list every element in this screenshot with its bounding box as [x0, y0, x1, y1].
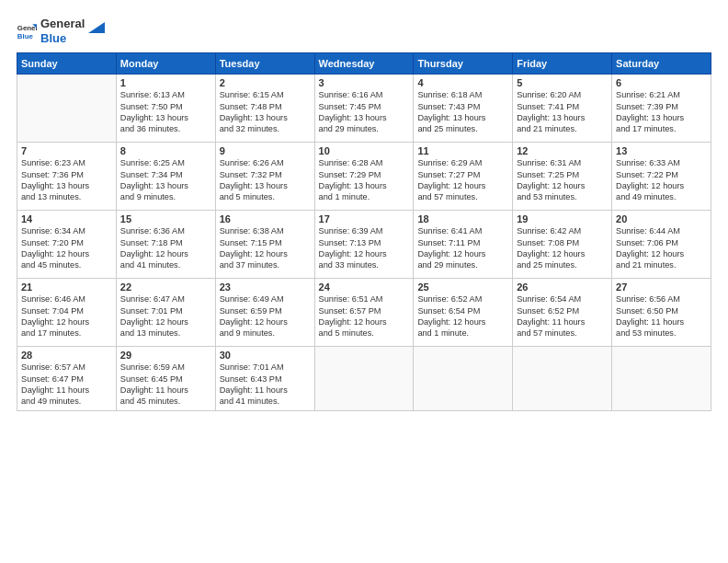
cell-info-line: Sunrise: 6:16 AM	[319, 89, 410, 100]
calendar-cell: 27Sunrise: 6:56 AMSunset: 6:50 PMDayligh…	[612, 279, 711, 347]
cell-info-line: Sunset: 7:34 PM	[120, 169, 211, 180]
calendar-cell: 29Sunrise: 6:59 AMSunset: 6:45 PMDayligh…	[116, 347, 215, 411]
day-number: 24	[319, 282, 410, 293]
cell-info-line: Sunset: 7:32 PM	[220, 169, 311, 180]
cell-info-line: and 21 minutes.	[517, 123, 608, 134]
cell-info-line: Daylight: 11 hours	[220, 385, 311, 396]
calendar-cell: 9Sunrise: 6:26 AMSunset: 7:32 PMDaylight…	[215, 143, 314, 211]
calendar-cell: 6Sunrise: 6:21 AMSunset: 7:39 PMDaylight…	[612, 75, 711, 143]
calendar-cell: 3Sunrise: 6:16 AMSunset: 7:45 PMDaylight…	[314, 75, 414, 143]
cell-info-line: Daylight: 13 hours	[120, 180, 211, 191]
cell-info-line: Sunset: 7:01 PM	[120, 305, 211, 316]
header-sunday: Sunday	[17, 53, 117, 75]
header-monday: Monday	[116, 53, 215, 75]
cell-info-line: Daylight: 13 hours	[319, 112, 410, 123]
calendar-cell: 22Sunrise: 6:47 AMSunset: 7:01 PMDayligh…	[116, 279, 215, 347]
cell-info-line: and 1 minute.	[319, 191, 410, 202]
cell-info-line: Sunset: 7:18 PM	[120, 237, 211, 248]
cell-info-line: Sunrise: 6:46 AM	[21, 293, 112, 304]
cell-info-line: Daylight: 13 hours	[220, 112, 311, 123]
cell-info-line: Daylight: 12 hours	[120, 316, 211, 327]
calendar-cell: 20Sunrise: 6:44 AMSunset: 7:06 PMDayligh…	[612, 211, 711, 279]
cell-info-line: Sunrise: 6:51 AM	[319, 293, 410, 304]
cell-info-line: and 9 minutes.	[120, 191, 211, 202]
cell-info-line: Sunset: 7:11 PM	[417, 237, 508, 248]
logo-arrow-icon	[88, 19, 105, 36]
header-friday: Friday	[513, 53, 612, 75]
cell-info-line: and 13 minutes.	[21, 191, 112, 202]
cell-info-line: Daylight: 12 hours	[517, 180, 608, 191]
cell-info-line: Daylight: 12 hours	[417, 248, 508, 259]
cell-info-line: Daylight: 12 hours	[417, 316, 508, 327]
cell-info-line: Sunset: 7:20 PM	[21, 237, 112, 248]
calendar-cell: 19Sunrise: 6:42 AMSunset: 7:08 PMDayligh…	[513, 211, 612, 279]
calendar-cell: 15Sunrise: 6:36 AMSunset: 7:18 PMDayligh…	[116, 211, 215, 279]
cell-info-line: and 37 minutes.	[220, 259, 311, 270]
cell-info-line: Sunset: 6:57 PM	[319, 305, 410, 316]
calendar-cell	[17, 75, 117, 143]
cell-info-line: Sunrise: 6:25 AM	[120, 157, 211, 168]
calendar-cell: 18Sunrise: 6:41 AMSunset: 7:11 PMDayligh…	[414, 211, 513, 279]
day-number: 3	[319, 77, 410, 88]
day-number: 5	[517, 77, 608, 88]
day-number: 14	[21, 213, 112, 224]
day-number: 28	[21, 350, 112, 361]
cell-info-line: Sunset: 7:36 PM	[21, 169, 112, 180]
day-number: 27	[616, 282, 707, 293]
cell-info-line: and 25 minutes.	[417, 123, 508, 134]
day-number: 30	[220, 350, 311, 361]
header-wednesday: Wednesday	[314, 53, 414, 75]
cell-info-line: Daylight: 11 hours	[120, 385, 211, 396]
day-number: 1	[120, 77, 211, 88]
cell-info-line: Daylight: 13 hours	[417, 112, 508, 123]
cell-info-line: Sunset: 6:54 PM	[417, 305, 508, 316]
cell-info-line: Sunset: 6:50 PM	[616, 305, 707, 316]
calendar-cell: 8Sunrise: 6:25 AMSunset: 7:34 PMDaylight…	[116, 143, 215, 211]
cell-info-line: Daylight: 12 hours	[616, 248, 707, 259]
logo-blue-text: Blue	[40, 31, 85, 46]
cell-info-line: Sunset: 7:48 PM	[220, 101, 311, 112]
cell-info-line: Sunrise: 6:13 AM	[120, 89, 211, 100]
day-number: 11	[417, 145, 508, 156]
calendar-cell: 24Sunrise: 6:51 AMSunset: 6:57 PMDayligh…	[314, 279, 414, 347]
day-number: 6	[616, 77, 707, 88]
cell-info-line: Sunrise: 6:34 AM	[21, 225, 112, 236]
day-number: 15	[120, 213, 211, 224]
cell-info-line: Daylight: 13 hours	[616, 112, 707, 123]
cell-info-line: Sunset: 7:04 PM	[21, 305, 112, 316]
day-number: 8	[120, 145, 211, 156]
header-thursday: Thursday	[414, 53, 513, 75]
calendar-cell: 30Sunrise: 7:01 AMSunset: 6:43 PMDayligh…	[215, 347, 314, 411]
cell-info-line: Daylight: 12 hours	[220, 316, 311, 327]
cell-info-line: Sunset: 7:39 PM	[616, 101, 707, 112]
day-number: 21	[21, 282, 112, 293]
cell-info-line: Sunset: 6:43 PM	[220, 373, 311, 385]
cell-info-line: and 25 minutes.	[517, 259, 608, 270]
cell-info-line: Sunset: 7:43 PM	[417, 101, 508, 112]
calendar-cell: 23Sunrise: 6:49 AMSunset: 6:59 PMDayligh…	[215, 279, 314, 347]
calendar-cell: 12Sunrise: 6:31 AMSunset: 7:25 PMDayligh…	[513, 143, 612, 211]
day-number: 17	[319, 213, 410, 224]
cell-info-line: and 5 minutes.	[319, 327, 410, 339]
calendar-cell: 4Sunrise: 6:18 AMSunset: 7:43 PMDaylight…	[414, 75, 513, 143]
cell-info-line: and 57 minutes.	[417, 191, 508, 202]
cell-info-line: Sunset: 7:06 PM	[616, 237, 707, 248]
cell-info-line: Sunrise: 6:39 AM	[319, 225, 410, 236]
cell-info-line: Sunset: 7:13 PM	[319, 237, 410, 248]
cell-info-line: Sunrise: 6:33 AM	[616, 157, 707, 168]
cell-info-line: Daylight: 12 hours	[616, 180, 707, 191]
cell-info-line: and 9 minutes.	[220, 327, 311, 339]
day-number: 23	[220, 282, 311, 293]
cell-info-line: Sunrise: 6:54 AM	[517, 293, 608, 304]
cell-info-line: and 17 minutes.	[616, 123, 707, 134]
cell-info-line: Sunset: 7:29 PM	[319, 169, 410, 180]
cell-info-line: Sunrise: 6:38 AM	[220, 225, 311, 236]
calendar-cell: 13Sunrise: 6:33 AMSunset: 7:22 PMDayligh…	[612, 143, 711, 211]
day-number: 2	[220, 77, 311, 88]
cell-info-line: Sunset: 7:41 PM	[517, 101, 608, 112]
cell-info-line: and 5 minutes.	[220, 191, 311, 202]
cell-info-line: Sunrise: 6:29 AM	[417, 157, 508, 168]
cell-info-line: Daylight: 13 hours	[220, 180, 311, 191]
calendar-cell: 7Sunrise: 6:23 AMSunset: 7:36 PMDaylight…	[17, 143, 117, 211]
cell-info-line: and 49 minutes.	[616, 191, 707, 202]
